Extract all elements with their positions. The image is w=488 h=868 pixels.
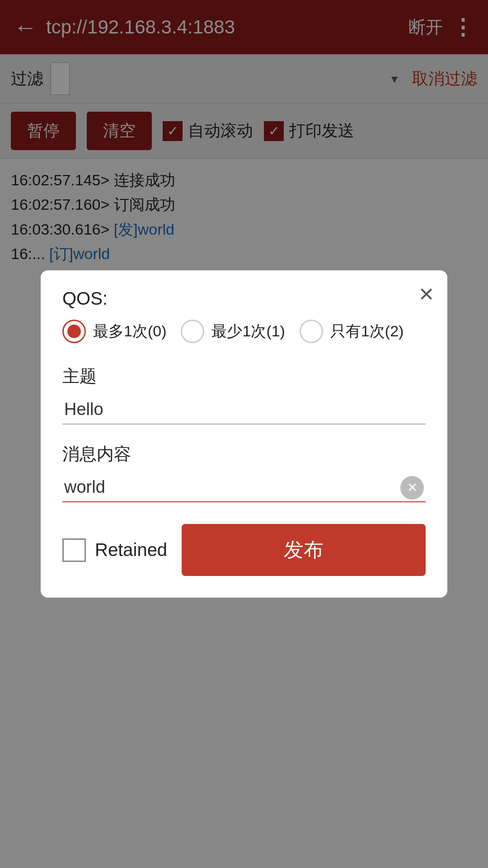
qos-options-row: 最多1次(0) 最少1次(1) 只有1次(2) bbox=[62, 320, 426, 343]
qos-label-2: 只有1次(2) bbox=[330, 321, 404, 342]
qos-label-0: 最多1次(0) bbox=[93, 321, 166, 342]
dialog-close-button[interactable]: × bbox=[419, 281, 434, 307]
qos-radio-2[interactable] bbox=[300, 320, 323, 343]
retained-wrap: Retained bbox=[62, 538, 167, 562]
message-section: 消息内容 ✕ bbox=[62, 443, 426, 502]
qos-label: QOS: bbox=[62, 288, 426, 309]
modal-overlay: × QOS: 最多1次(0) 最少1次(1) 只有1次(2) 主题 bbox=[0, 0, 488, 868]
publish-dialog: × QOS: 最多1次(0) 最少1次(1) 只有1次(2) 主题 bbox=[41, 270, 447, 598]
message-clear-button[interactable]: ✕ bbox=[400, 476, 424, 500]
qos-option-1[interactable]: 最少1次(1) bbox=[181, 320, 285, 343]
topic-label: 主题 bbox=[62, 365, 426, 388]
clear-icon: ✕ bbox=[407, 481, 418, 494]
message-input[interactable] bbox=[62, 473, 426, 502]
topic-input[interactable] bbox=[62, 395, 426, 425]
topic-section: 主题 bbox=[62, 365, 426, 425]
message-label: 消息内容 bbox=[62, 443, 426, 466]
publish-button[interactable]: 发布 bbox=[182, 524, 426, 576]
qos-radio-inner-0 bbox=[67, 325, 81, 338]
retained-label: Retained bbox=[95, 540, 167, 560]
qos-radio-0[interactable] bbox=[62, 320, 86, 343]
retained-checkbox[interactable] bbox=[62, 538, 86, 562]
qos-radio-1[interactable] bbox=[181, 320, 204, 343]
qos-label-1: 最少1次(1) bbox=[211, 321, 285, 342]
message-input-wrap: ✕ bbox=[62, 473, 426, 502]
qos-option-2[interactable]: 只有1次(2) bbox=[300, 320, 404, 343]
dialog-bottom-row: Retained 发布 bbox=[62, 524, 426, 576]
qos-option-0[interactable]: 最多1次(0) bbox=[62, 320, 166, 343]
